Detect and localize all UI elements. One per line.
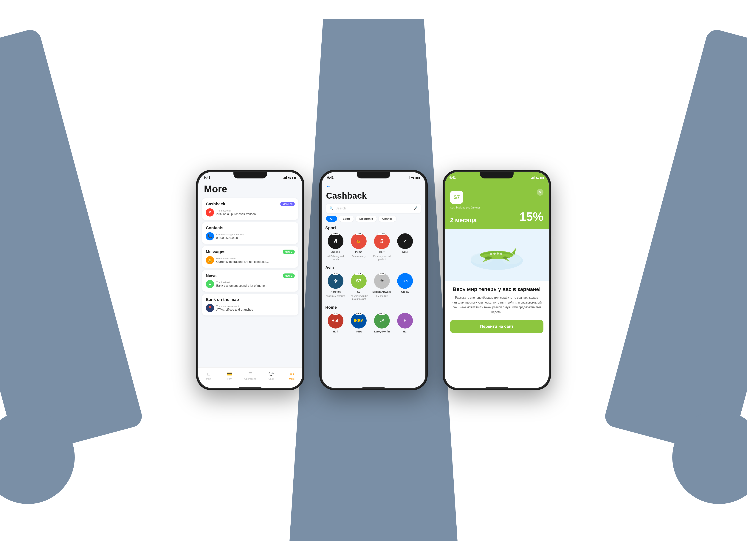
phone-2-notch [357, 172, 390, 179]
contacts-card[interactable]: Contacts 📞 Customer support service 8 80… [202, 222, 299, 244]
s7-desc: The whole world is in your pocket [349, 295, 369, 300]
nav-operations[interactable]: ☰ Operations [240, 371, 260, 380]
cashback-page-title: Cashback [326, 191, 421, 201]
adidas-item[interactable]: 10% A Adidas All February and March [325, 233, 346, 261]
filter-pills: All Sport Electronic Clothes [326, 216, 421, 222]
filter-electronic[interactable]: Electronic [356, 216, 377, 222]
nav-pay-label: Pay [228, 377, 232, 380]
promo-months: 2 месяца [450, 217, 476, 223]
promo-button[interactable]: Перейти на сайт [450, 320, 543, 333]
on-item[interactable]: On On ev. [395, 273, 415, 300]
svg-point-4 [490, 253, 492, 255]
hoff-item[interactable]: 4% Hoff Hoff [325, 313, 346, 333]
svg-point-8 [485, 257, 492, 260]
filter-clothes[interactable]: Clothes [379, 216, 396, 222]
status-icons-3: ▾▴ ▮▮▮ [531, 176, 544, 180]
signal-2 [407, 176, 410, 179]
cashback-subtitle: The best offer [216, 209, 295, 212]
status-icons-1: ▾▴ ▮▮▮ [283, 176, 297, 180]
search-icon: 🔍 [329, 206, 334, 210]
promo-logo: S7 [450, 191, 463, 204]
cashback-title: Cashback [206, 202, 225, 207]
news-card[interactable]: News New 1 ● The freshest Bank customers… [202, 270, 299, 292]
filter-sport[interactable]: Sport [339, 216, 354, 222]
british-item[interactable]: 5% ✈ British Airways Fly and buy [371, 273, 392, 300]
phone-1-home-indicator [239, 387, 261, 388]
nav-more[interactable]: ••• More [281, 371, 302, 380]
nav-more-label: More [289, 377, 295, 380]
puma-item[interactable]: 5% 🐆 Puma February only [349, 233, 369, 261]
ikea-logo: 15% IKEA [351, 313, 367, 328]
ikea-name: IKEA [356, 330, 362, 333]
promo-logo-text: S7 [454, 194, 460, 200]
messages-icon: 🔔 [206, 256, 214, 264]
cashback-header: ← Cashback 🔍 Search 🎤 All Sport Electron… [321, 182, 426, 222]
ikea-percent: 15% [355, 313, 363, 315]
s7-item[interactable]: 15% S7 S7 The whole world is in your poc… [349, 273, 369, 300]
slr-logo: 15% 5 [374, 233, 390, 249]
home4-item[interactable]: H Ho. [395, 313, 415, 333]
cashback-card[interactable]: Cashback More 23 M The best offer 20% on… [202, 198, 299, 220]
phone-3-home-indicator [486, 387, 508, 388]
more-icon: ••• [289, 371, 295, 377]
news-desc: Bank customers spend a lot of mone... [216, 284, 295, 288]
search-bar[interactable]: 🔍 Search 🎤 [326, 204, 421, 213]
s7-percent: 15% [355, 273, 363, 275]
promo-image [445, 229, 549, 281]
aeroflot-desc: Absolutely amazing [326, 295, 345, 298]
phone-1-screen: 9:41 ▾▴ ▮▮▮ More [198, 172, 302, 388]
bottom-nav-1: ⊞ Main 💳 Pay ☰ Operations 💬 [198, 367, 302, 388]
slr-name: SLR [379, 250, 385, 254]
status-icons-2: ▾▴ ▮▮▮ [407, 176, 420, 180]
back-button[interactable]: ← [326, 183, 421, 189]
cashback-icon: M [206, 208, 214, 216]
nav-chat[interactable]: 💬 Chat [261, 371, 281, 380]
battery-2: ▮▮▮ [415, 176, 420, 179]
on-name: On ev. [401, 290, 409, 293]
time-2: 9:41 [327, 176, 334, 180]
filter-all[interactable]: All [326, 216, 337, 222]
slr-desc: For every second product [371, 255, 392, 261]
svg-point-7 [500, 252, 503, 255]
news-subtitle: The freshest [216, 281, 295, 284]
british-percent: 5% [379, 273, 385, 275]
ikea-item[interactable]: 15% IKEA IKEA [349, 313, 369, 333]
leroy-logo: 12% LM [374, 313, 390, 328]
aeroflot-item[interactable]: 7% ✈ Aeroflot Absolutely amazing [325, 273, 346, 300]
cashback-screen: 9:41 ▾▴ ▮▮▮ ← Cashback [321, 172, 426, 388]
promo-screen: 9:41 ▾▴ ▮▮▮ ✕ [445, 172, 549, 388]
aeroflot-percent: 7% [332, 273, 339, 275]
cashback-desc: 20% on all purchases MVideo... [216, 212, 295, 216]
adidas-percent: 10% [332, 233, 340, 235]
cashback-label: Cashback на все билеты [450, 206, 543, 209]
phone-3-notch [480, 172, 514, 179]
nav-pay[interactable]: 💳 Pay [219, 371, 240, 380]
bank-map-card[interactable]: Bank on the map 📍 The most convenient AT… [202, 294, 299, 316]
sport-section-title: Sport [325, 225, 422, 230]
phone-1: 9:41 ▾▴ ▮▮▮ More [196, 170, 304, 390]
leroy-name: Leroy-Merlin [374, 330, 390, 333]
adidas-logo: 10% A [328, 233, 343, 249]
hoff-name: Hoff [333, 330, 338, 333]
contacts-phone: 8 800 250 50 50 [216, 236, 295, 240]
bank-map-subtitle: The most convenient [216, 305, 295, 308]
on-logo: On [397, 273, 413, 289]
promo-close-button[interactable]: ✕ [537, 189, 543, 196]
home-items: 4% Hoff Hoff 15% IKEA IKEA [325, 313, 422, 333]
slr-item[interactable]: 15% 5 SLR For every second product [371, 233, 392, 261]
phone-2: 9:41 ▾▴ ▮▮▮ ← Cashback [319, 170, 428, 390]
home4-logo: H [397, 313, 413, 328]
messages-card[interactable]: Messages New 3 🔔 Recently received Curre… [202, 246, 299, 268]
more-screen: 9:41 ▾▴ ▮▮▮ More [198, 172, 302, 388]
operations-icon: ☰ [247, 371, 253, 377]
contacts-subtitle: Customer support service [216, 233, 295, 236]
svg-point-6 [497, 252, 499, 255]
leroy-item[interactable]: 12% LM Leroy-Merlin [371, 313, 392, 333]
nike-item[interactable]: ✓ Nike [395, 233, 415, 261]
nav-main[interactable]: ⊞ Main [198, 371, 219, 380]
nike-logo: ✓ [397, 233, 413, 249]
messages-badge: New 3 [283, 249, 295, 254]
mic-icon[interactable]: 🎤 [413, 206, 418, 210]
time-3: 9:41 [449, 176, 456, 180]
sport-items: 10% A Adidas All February and March 5% 🐆 [325, 233, 422, 261]
